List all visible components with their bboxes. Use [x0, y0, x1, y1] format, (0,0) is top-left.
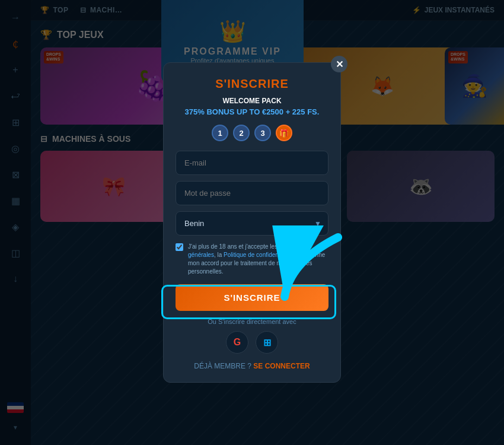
terms-text: J'ai plus de 18 ans et j'accepte les con… — [188, 243, 328, 276]
email-input[interactable] — [176, 151, 328, 175]
close-button[interactable]: ✕ — [331, 56, 347, 72]
google-login-button[interactable]: G — [226, 331, 248, 354]
login-link[interactable]: SE CONNECTER — [253, 362, 310, 370]
password-input[interactable] — [176, 181, 328, 205]
country-select[interactable]: Benin France Sénégal Côte d'Ivoire — [176, 211, 328, 236]
already-member-text: DÉJÀ MEMBRE ? — [194, 362, 251, 370]
registration-modal: ✕ S'INSCRIRE WELCOME PACK 375% BONUS UP … — [163, 62, 341, 383]
windows-login-button[interactable]: ⊞ — [256, 331, 278, 354]
or-text: Ou S'inscrire directement avec — [176, 318, 328, 325]
country-wrapper: Benin France Sénégal Côte d'Ivoire ▼ — [176, 211, 328, 236]
step-3[interactable]: 3 — [254, 125, 271, 141]
step-gift[interactable]: 🎁 — [276, 125, 292, 141]
privacy-link[interactable]: Politique de confidentialité — [224, 252, 292, 258]
welcome-pack-label: WELCOME PACK — [176, 97, 328, 105]
step-1[interactable]: 1 — [212, 125, 228, 141]
social-login-buttons: G ⊞ — [176, 331, 328, 354]
terms-checkbox[interactable] — [176, 243, 183, 251]
step-2[interactable]: 2 — [233, 125, 250, 141]
close-icon: ✕ — [336, 59, 343, 70]
modal-title: S'INSCRIRE — [176, 77, 328, 91]
register-button[interactable]: S'INSCRIRE — [176, 284, 328, 311]
terms-checkbox-row: J'ai plus de 18 ans et j'accepte les con… — [176, 243, 328, 276]
modal-overlay: ✕ S'INSCRIRE WELCOME PACK 375% BONUS UP … — [0, 0, 504, 445]
already-member-row: DÉJÀ MEMBRE ? SE CONNECTER — [176, 362, 328, 370]
registration-steps: 1 2 3 🎁 — [176, 125, 328, 141]
bonus-text: 375% BONUS UP TO €2500 + 225 FS. — [176, 107, 328, 116]
